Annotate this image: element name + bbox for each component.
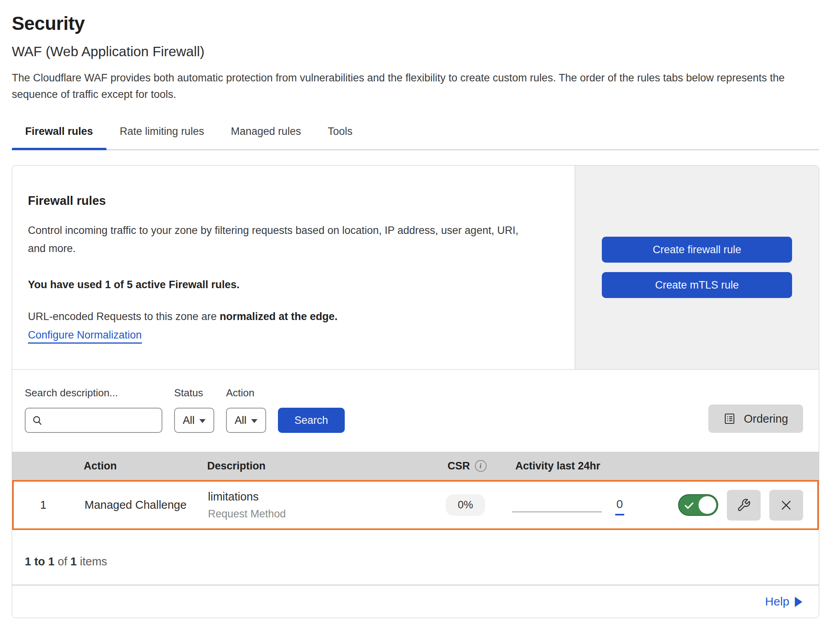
delete-rule-button[interactable] bbox=[769, 490, 803, 521]
page-title: Security bbox=[12, 13, 819, 34]
items-of: of bbox=[58, 555, 67, 568]
search-box bbox=[25, 408, 162, 433]
actions-panel: Create firewall rule Create mTLS rule bbox=[575, 166, 819, 369]
overview-text-column: Firewall rules Control incoming traffic … bbox=[12, 166, 575, 369]
list-icon bbox=[723, 412, 736, 425]
action-select-value: All bbox=[235, 414, 246, 427]
tab-tools[interactable]: Tools bbox=[314, 125, 366, 149]
ordering-button-label: Ordering bbox=[744, 412, 788, 425]
chevron-down-icon bbox=[199, 419, 206, 423]
tab-rate-limiting-rules[interactable]: Rate limiting rules bbox=[107, 125, 218, 149]
arrow-right-icon bbox=[795, 597, 802, 607]
rule-enabled-toggle[interactable] bbox=[678, 494, 718, 516]
normalization-bold-text: normalized at the edge. bbox=[220, 311, 338, 322]
activity-count-link[interactable]: 0 bbox=[615, 497, 624, 515]
search-field-group: Search description... bbox=[25, 387, 162, 433]
search-button[interactable]: Search bbox=[278, 408, 345, 433]
page-subtitle: WAF (Web Application Firewall) bbox=[12, 44, 819, 59]
page-description: The Cloudflare WAF provides both automat… bbox=[12, 70, 818, 103]
status-select[interactable]: All bbox=[174, 408, 214, 433]
configure-normalization-link[interactable]: Configure Normalization bbox=[28, 329, 142, 344]
help-row: Help bbox=[12, 585, 819, 618]
items-range: 1 to 1 bbox=[25, 555, 55, 568]
usage-note: You have used 1 of 5 active Firewall rul… bbox=[28, 279, 551, 291]
create-firewall-rule-button[interactable]: Create firewall rule bbox=[602, 237, 792, 263]
filter-bar: Search description... Status All bbox=[12, 370, 819, 452]
rules-table-header: Action Description CSR i Activity last 2… bbox=[12, 452, 819, 480]
items-summary: 1 to 1 of 1 items bbox=[12, 530, 819, 585]
card-heading: Firewall rules bbox=[28, 194, 551, 208]
filter-controls: Search description... Status All bbox=[25, 387, 345, 433]
items-total: 1 bbox=[70, 555, 77, 568]
rule-description[interactable]: limitations bbox=[208, 490, 424, 503]
rule-activity-cell: 0 bbox=[507, 495, 644, 515]
header-action: Action bbox=[71, 460, 201, 472]
rule-description-cell: limitations Request Method bbox=[202, 490, 424, 520]
toggle-knob bbox=[699, 496, 716, 514]
wrench-icon bbox=[737, 498, 751, 512]
csr-badge: 0% bbox=[446, 494, 485, 516]
security-waf-page: Security WAF (Web Application Firewall) … bbox=[0, 0, 831, 618]
help-link-label: Help bbox=[765, 595, 789, 608]
tab-firewall-rules[interactable]: Firewall rules bbox=[12, 125, 107, 149]
table-row: 1 Managed Challenge limitations Request … bbox=[12, 480, 819, 530]
rule-expression-summary: Request Method bbox=[208, 508, 424, 520]
help-link[interactable]: Help bbox=[765, 595, 802, 608]
header-csr: CSR i bbox=[426, 460, 508, 472]
action-select[interactable]: All bbox=[226, 408, 266, 433]
rule-priority-number: 1 bbox=[14, 499, 73, 512]
status-select-value: All bbox=[183, 414, 195, 427]
check-icon bbox=[684, 500, 695, 511]
waf-tab-bar: Firewall rules Rate limiting rules Manag… bbox=[12, 125, 819, 150]
header-description: Description bbox=[201, 460, 426, 472]
rule-controls bbox=[644, 490, 817, 521]
search-field-label: Search description... bbox=[25, 387, 162, 399]
chevron-down-icon bbox=[251, 419, 257, 423]
edit-rule-button[interactable] bbox=[727, 490, 761, 521]
status-field-group: Status All bbox=[174, 387, 214, 433]
create-mtls-rule-button[interactable]: Create mTLS rule bbox=[602, 272, 792, 298]
card-description: Control incoming traffic to your zone by… bbox=[28, 221, 539, 258]
header-activity: Activity last 24hr bbox=[508, 460, 646, 472]
info-icon[interactable]: i bbox=[475, 460, 487, 472]
normalization-note: URL-encoded Requests to this zone are no… bbox=[28, 311, 551, 323]
firewall-rules-card: Firewall rules Control incoming traffic … bbox=[12, 165, 819, 618]
rule-action-value: Managed Challenge bbox=[73, 499, 202, 512]
ordering-button[interactable]: Ordering bbox=[708, 405, 803, 433]
rule-csr-cell: 0% bbox=[424, 494, 507, 516]
normalization-text: URL-encoded Requests to this zone are bbox=[28, 311, 220, 322]
action-field-label: Action bbox=[226, 387, 266, 399]
status-field-label: Status bbox=[174, 387, 214, 399]
activity-sparkline bbox=[512, 512, 602, 512]
action-field-group: Action All bbox=[226, 387, 266, 433]
firewall-rules-overview: Firewall rules Control incoming traffic … bbox=[12, 166, 819, 370]
close-icon bbox=[780, 499, 793, 512]
search-input[interactable] bbox=[25, 408, 162, 433]
header-csr-label: CSR bbox=[447, 460, 470, 472]
tab-managed-rules[interactable]: Managed rules bbox=[217, 125, 314, 149]
items-word: items bbox=[80, 555, 107, 568]
search-icon bbox=[32, 415, 43, 426]
